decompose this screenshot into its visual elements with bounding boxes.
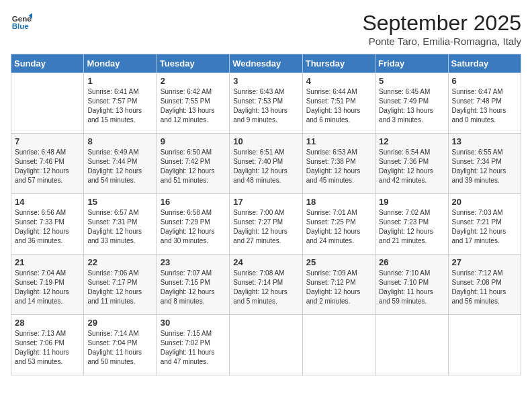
day-number: 30 xyxy=(161,318,226,328)
day-number: 26 xyxy=(379,257,444,267)
day-number: 17 xyxy=(233,197,298,207)
day-info: Sunrise: 6:50 AMSunset: 7:42 PMDaylight:… xyxy=(161,148,226,185)
calendar-cell: 24Sunrise: 7:08 AMSunset: 7:14 PMDayligh… xyxy=(230,255,302,315)
day-info: Sunrise: 6:49 AMSunset: 7:44 PMDaylight:… xyxy=(87,148,152,185)
day-info: Sunrise: 7:15 AMSunset: 7:02 PMDaylight:… xyxy=(161,329,226,367)
calendar-cell: 7Sunrise: 6:48 AMSunset: 7:46 PMDaylight… xyxy=(11,134,84,194)
calendar-cell: 22Sunrise: 7:06 AMSunset: 7:17 PMDayligh… xyxy=(84,255,157,315)
calendar-cell: 21Sunrise: 7:04 AMSunset: 7:19 PMDayligh… xyxy=(11,255,84,315)
calendar-cell: 3Sunrise: 6:43 AMSunset: 7:53 PMDaylight… xyxy=(230,73,302,134)
day-number: 6 xyxy=(452,76,517,86)
day-info: Sunrise: 7:07 AMSunset: 7:15 PMDaylight:… xyxy=(161,269,226,306)
calendar-cell xyxy=(11,73,84,134)
weekday-header: Saturday xyxy=(448,54,521,73)
calendar-cell: 16Sunrise: 6:58 AMSunset: 7:29 PMDayligh… xyxy=(157,194,229,255)
day-info: Sunrise: 6:55 AMSunset: 7:34 PMDaylight:… xyxy=(452,148,517,185)
calendar-table: SundayMondayTuesdayWednesdayThursdayFrid… xyxy=(11,54,521,375)
day-number: 16 xyxy=(161,197,226,207)
day-number: 4 xyxy=(306,76,371,86)
calendar-cell: 2Sunrise: 6:42 AMSunset: 7:55 PMDaylight… xyxy=(157,73,229,134)
logo: General Blue xyxy=(11,11,32,32)
day-info: Sunrise: 6:54 AMSunset: 7:36 PMDaylight:… xyxy=(379,148,444,185)
day-number: 27 xyxy=(452,257,517,267)
day-info: Sunrise: 7:04 AMSunset: 7:19 PMDaylight:… xyxy=(15,269,80,306)
day-info: Sunrise: 7:03 AMSunset: 7:21 PMDaylight:… xyxy=(452,208,517,246)
day-info: Sunrise: 6:58 AMSunset: 7:29 PMDaylight:… xyxy=(161,208,226,246)
weekday-header: Thursday xyxy=(302,54,375,73)
day-info: Sunrise: 7:12 AMSunset: 7:08 PMDaylight:… xyxy=(452,269,517,306)
day-number: 9 xyxy=(161,136,226,146)
calendar-cell: 10Sunrise: 6:51 AMSunset: 7:40 PMDayligh… xyxy=(230,134,302,194)
calendar-cell: 19Sunrise: 7:02 AMSunset: 7:23 PMDayligh… xyxy=(375,194,448,255)
calendar-cell: 26Sunrise: 7:10 AMSunset: 7:10 PMDayligh… xyxy=(375,255,448,315)
day-info: Sunrise: 6:48 AMSunset: 7:46 PMDaylight:… xyxy=(15,148,80,185)
day-info: Sunrise: 7:08 AMSunset: 7:14 PMDaylight:… xyxy=(233,269,298,306)
day-info: Sunrise: 6:41 AMSunset: 7:57 PMDaylight:… xyxy=(87,87,152,125)
calendar-cell: 11Sunrise: 6:53 AMSunset: 7:38 PMDayligh… xyxy=(302,134,375,194)
day-info: Sunrise: 6:53 AMSunset: 7:38 PMDaylight:… xyxy=(306,148,371,185)
calendar-cell: 6Sunrise: 6:47 AMSunset: 7:48 PMDaylight… xyxy=(448,73,521,134)
calendar-cell xyxy=(375,315,448,375)
calendar-cell: 30Sunrise: 7:15 AMSunset: 7:02 PMDayligh… xyxy=(157,315,229,375)
calendar-cell: 13Sunrise: 6:55 AMSunset: 7:34 PMDayligh… xyxy=(448,134,521,194)
day-info: Sunrise: 7:10 AMSunset: 7:10 PMDaylight:… xyxy=(379,269,444,306)
calendar-cell: 4Sunrise: 6:44 AMSunset: 7:51 PMDaylight… xyxy=(302,73,375,134)
day-number: 22 xyxy=(87,257,152,267)
day-number: 8 xyxy=(87,136,152,146)
calendar-cell: 1Sunrise: 6:41 AMSunset: 7:57 PMDaylight… xyxy=(84,73,157,134)
title-area: September 2025 Ponte Taro, Emilia-Romagn… xyxy=(362,11,521,47)
day-number: 10 xyxy=(233,136,298,146)
calendar-cell xyxy=(302,315,375,375)
calendar-cell: 23Sunrise: 7:07 AMSunset: 7:15 PMDayligh… xyxy=(157,255,229,315)
day-number: 18 xyxy=(306,197,371,207)
day-number: 21 xyxy=(15,257,80,267)
calendar-cell xyxy=(448,315,521,375)
calendar-cell: 5Sunrise: 6:45 AMSunset: 7:49 PMDaylight… xyxy=(375,73,448,134)
calendar-cell: 9Sunrise: 6:50 AMSunset: 7:42 PMDaylight… xyxy=(157,134,229,194)
day-number: 15 xyxy=(87,197,152,207)
page-header: General Blue September 2025 Ponte Taro, … xyxy=(11,11,521,47)
page-title: September 2025 xyxy=(362,11,521,36)
calendar-cell: 12Sunrise: 6:54 AMSunset: 7:36 PMDayligh… xyxy=(375,134,448,194)
day-number: 28 xyxy=(15,318,80,328)
day-info: Sunrise: 7:01 AMSunset: 7:25 PMDaylight:… xyxy=(306,208,371,246)
day-info: Sunrise: 6:56 AMSunset: 7:33 PMDaylight:… xyxy=(15,208,80,246)
day-info: Sunrise: 6:57 AMSunset: 7:31 PMDaylight:… xyxy=(87,208,152,246)
day-info: Sunrise: 6:47 AMSunset: 7:48 PMDaylight:… xyxy=(452,87,517,125)
day-number: 24 xyxy=(233,257,298,267)
day-number: 14 xyxy=(15,197,80,207)
calendar-cell: 17Sunrise: 7:00 AMSunset: 7:27 PMDayligh… xyxy=(230,194,302,255)
day-number: 3 xyxy=(233,76,298,86)
weekday-header: Sunday xyxy=(11,54,84,73)
calendar-cell: 20Sunrise: 7:03 AMSunset: 7:21 PMDayligh… xyxy=(448,194,521,255)
day-info: Sunrise: 7:09 AMSunset: 7:12 PMDaylight:… xyxy=(306,269,371,306)
day-number: 13 xyxy=(452,136,517,146)
calendar-cell: 15Sunrise: 6:57 AMSunset: 7:31 PMDayligh… xyxy=(84,194,157,255)
day-number: 12 xyxy=(379,136,444,146)
day-number: 5 xyxy=(379,76,444,86)
logo-icon: General Blue xyxy=(11,11,32,32)
calendar-cell: 18Sunrise: 7:01 AMSunset: 7:25 PMDayligh… xyxy=(302,194,375,255)
calendar-cell xyxy=(230,315,302,375)
calendar-cell: 29Sunrise: 7:14 AMSunset: 7:04 PMDayligh… xyxy=(84,315,157,375)
day-info: Sunrise: 7:02 AMSunset: 7:23 PMDaylight:… xyxy=(379,208,444,246)
weekday-header: Tuesday xyxy=(157,54,229,73)
day-number: 29 xyxy=(87,318,152,328)
day-info: Sunrise: 6:45 AMSunset: 7:49 PMDaylight:… xyxy=(379,87,444,125)
weekday-header: Monday xyxy=(84,54,157,73)
day-number: 11 xyxy=(306,136,371,146)
calendar-cell: 27Sunrise: 7:12 AMSunset: 7:08 PMDayligh… xyxy=(448,255,521,315)
day-info: Sunrise: 7:14 AMSunset: 7:04 PMDaylight:… xyxy=(87,329,152,367)
day-number: 7 xyxy=(15,136,80,146)
day-info: Sunrise: 6:42 AMSunset: 7:55 PMDaylight:… xyxy=(161,87,226,125)
calendar-cell: 14Sunrise: 6:56 AMSunset: 7:33 PMDayligh… xyxy=(11,194,84,255)
day-info: Sunrise: 6:43 AMSunset: 7:53 PMDaylight:… xyxy=(233,87,298,125)
page-subtitle: Ponte Taro, Emilia-Romagna, Italy xyxy=(362,36,521,47)
day-info: Sunrise: 6:44 AMSunset: 7:51 PMDaylight:… xyxy=(306,87,371,125)
svg-text:Blue: Blue xyxy=(12,22,30,30)
day-info: Sunrise: 7:00 AMSunset: 7:27 PMDaylight:… xyxy=(233,208,298,246)
day-number: 25 xyxy=(306,257,371,267)
calendar-cell: 25Sunrise: 7:09 AMSunset: 7:12 PMDayligh… xyxy=(302,255,375,315)
day-number: 1 xyxy=(87,76,152,86)
day-info: Sunrise: 6:51 AMSunset: 7:40 PMDaylight:… xyxy=(233,148,298,185)
